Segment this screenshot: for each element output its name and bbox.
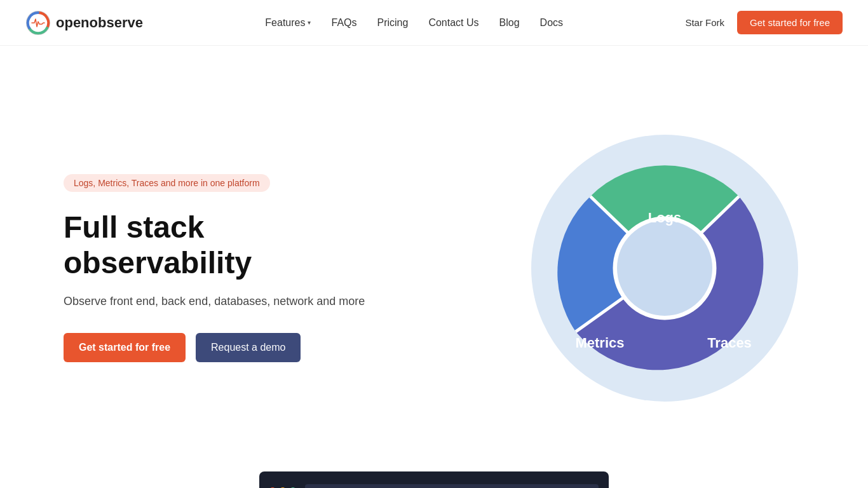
navbar: openobserve Features ▾ FAQs Pricing Cont…: [0, 0, 868, 46]
hero-left: Logs, Metrics, Traces and more in one pl…: [64, 174, 394, 362]
nav-features[interactable]: Features ▾: [265, 17, 311, 29]
nav-contact[interactable]: Contact Us: [428, 17, 478, 28]
hero-subtitle: Observe front end, back end, databases, …: [64, 293, 394, 310]
nav-docs[interactable]: Docs: [540, 17, 563, 28]
hero-badge: Logs, Metrics, Traces and more in one pl…: [64, 174, 270, 192]
logo-text: openobserve: [56, 15, 143, 31]
nav-blog[interactable]: Blog: [499, 17, 520, 28]
logo-link[interactable]: openobserve: [25, 10, 143, 36]
hero-title: Full stack observability: [64, 210, 394, 280]
svg-point-6: [617, 220, 712, 316]
observability-diagram: Logs Metrics Traces: [525, 128, 804, 408]
hero-cta-primary[interactable]: Get started for free: [64, 333, 186, 362]
dashboard-peek: [259, 471, 609, 488]
svg-text:Metrics: Metrics: [575, 335, 624, 351]
nav-faqs[interactable]: FAQs: [331, 17, 356, 28]
svg-text:Traces: Traces: [707, 335, 752, 351]
hero-section: Logs, Metrics, Traces and more in one pl…: [0, 46, 868, 478]
hero-right: Logs Metrics Traces: [512, 116, 817, 421]
chevron-down-icon: ▾: [308, 19, 311, 26]
nav-pricing[interactable]: Pricing: [377, 17, 409, 28]
peek-bar: [305, 484, 599, 488]
logo-icon: [25, 10, 51, 36]
nav-links: Features ▾ FAQs Pricing Contact Us Blog …: [265, 17, 563, 29]
star-fork-link[interactable]: Star Fork: [685, 17, 724, 28]
hero-cta-secondary[interactable]: Request a demo: [196, 333, 301, 362]
nav-cta-button[interactable]: Get started for free: [737, 11, 843, 34]
hero-buttons: Get started for free Request a demo: [64, 333, 394, 362]
nav-right: Star Fork Get started for free: [685, 11, 843, 34]
svg-text:Logs: Logs: [648, 210, 682, 226]
